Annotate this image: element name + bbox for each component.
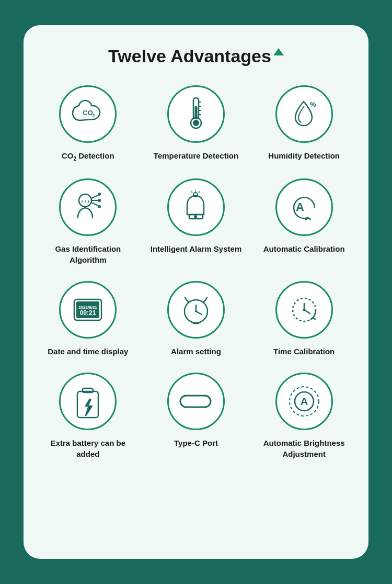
item-battery: Extra battery can be added: [39, 373, 137, 459]
battery-label: Extra battery can be added: [39, 437, 137, 459]
svg-point-26: [194, 215, 197, 218]
title-accent-icon: [273, 48, 284, 55]
svg-point-35: [195, 310, 197, 312]
page-title: Twelve Advantages: [108, 46, 271, 66]
battery-icon: [72, 383, 103, 420]
item-alarm: Intelligent Alarm System: [147, 178, 245, 265]
typec-label: Type-C Port: [174, 437, 218, 448]
svg-line-16: [91, 203, 98, 206]
gas-icon: [70, 189, 106, 226]
typec-icon-circle: [167, 373, 225, 430]
alarmsetting-label: Alarm setting: [171, 346, 221, 357]
item-temperature: Temperature Detection: [147, 85, 245, 163]
svg-text:09:21: 09:21: [80, 309, 96, 317]
item-autocal: A Automatic Calibration: [255, 178, 353, 265]
gas-icon-circle: [59, 178, 117, 236]
item-timecal: Time Calibration: [255, 281, 353, 357]
alarm-setting-icon: [178, 291, 214, 328]
svg-rect-4: [195, 106, 198, 119]
svg-text:2: 2: [93, 113, 95, 118]
battery-icon-circle: [59, 373, 117, 430]
timecal-icon-circle: [275, 281, 333, 339]
alarm-label: Intelligent Alarm System: [151, 243, 242, 254]
title-container: Twelve Advantages: [108, 46, 284, 66]
humidity-label: Humidity Detection: [268, 150, 340, 161]
brightness-icon-circle: A: [275, 373, 333, 430]
humidity-icon-circle: %: [275, 85, 333, 143]
svg-rect-43: [180, 396, 211, 407]
autocal-icon-circle: A: [275, 178, 333, 236]
humidity-icon: %: [287, 97, 321, 131]
brightness-icon: A: [285, 383, 323, 420]
item-alarmsetting: Alarm setting: [147, 281, 245, 357]
autocal-icon: A: [286, 189, 322, 226]
temperature-label: Temperature Detection: [154, 150, 238, 161]
datetime-icon: 2022/9/21 09:21: [69, 291, 107, 329]
main-card: Twelve Advantages CO 2 CO2 Detection: [24, 25, 368, 559]
co2-icon: CO 2: [70, 98, 106, 130]
alarmsetting-icon-circle: [167, 281, 225, 339]
temperature-icon-circle: [167, 85, 225, 143]
svg-point-40: [303, 309, 305, 311]
co2-icon-circle: CO 2: [59, 85, 117, 143]
datetime-label: Date and time display: [48, 346, 128, 357]
autocal-label: Automatic Calibration: [263, 243, 345, 254]
alarm-icon-circle: [167, 178, 225, 236]
co2-label: CO2 Detection: [62, 150, 114, 163]
item-humidity: % Humidity Detection: [255, 85, 353, 163]
svg-point-13: [98, 199, 101, 202]
gas-label: Gas Identification Algorithm: [39, 243, 137, 265]
svg-text:A: A: [296, 200, 304, 214]
timecal-label: Time Calibration: [273, 346, 335, 357]
svg-line-25: [191, 192, 192, 193]
item-datetime: 2022/9/21 09:21 Date and time display: [39, 281, 137, 357]
svg-line-24: [199, 192, 200, 193]
svg-point-5: [193, 120, 199, 126]
datetime-icon-circle: 2022/9/21 09:21: [59, 281, 117, 339]
item-co2: CO 2 CO2 Detection: [39, 85, 137, 163]
svg-text:%: %: [310, 100, 316, 108]
svg-text:CO: CO: [83, 109, 94, 117]
svg-point-15: [98, 193, 101, 196]
timecal-icon: [286, 291, 322, 328]
advantages-grid: CO 2 CO2 Detection: [39, 85, 353, 459]
item-typec: Type-C Port: [147, 373, 245, 459]
brightness-label: Automatic Brightness Adjustment: [255, 437, 353, 459]
alarm-system-icon: [179, 190, 213, 224]
item-gas: Gas Identification Algorithm: [39, 178, 137, 265]
item-brightness: A Automatic Brightness Adjustment: [255, 373, 353, 459]
temperature-icon: [181, 96, 210, 132]
svg-line-14: [91, 195, 98, 198]
svg-point-17: [98, 205, 101, 208]
svg-text:A: A: [300, 396, 307, 407]
svg-rect-42: [83, 388, 93, 392]
typec-icon: [176, 387, 215, 416]
